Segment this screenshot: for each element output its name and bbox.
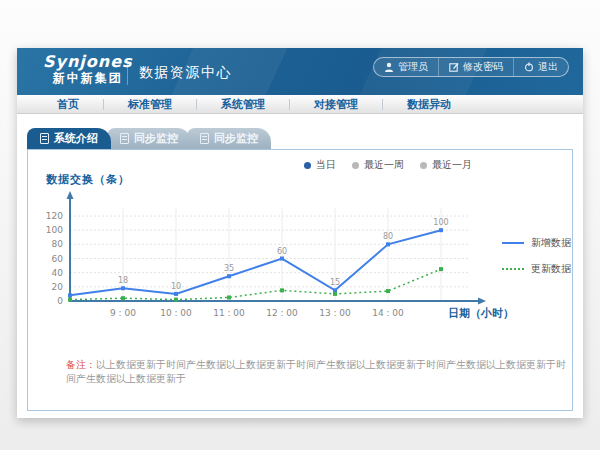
nav-item-2[interactable]: 系统管理 xyxy=(197,97,289,112)
radio-dot-icon xyxy=(304,162,311,169)
svg-text:80: 80 xyxy=(383,232,393,241)
chart-legend: 新增数据更新数据 xyxy=(502,236,571,276)
content-panel: 当日最近一周最近一月 数据交换（条） 0204060801001209 : 00… xyxy=(27,149,573,411)
radio-label: 当日 xyxy=(316,158,336,172)
tab-label: 系统介绍 xyxy=(54,131,98,146)
svg-text:60: 60 xyxy=(277,247,287,256)
legend-label: 新增数据 xyxy=(531,236,571,250)
header-divider xyxy=(127,58,128,85)
user-icon xyxy=(384,62,394,72)
legend-item-0[interactable]: 新增数据 xyxy=(502,236,571,250)
tab-0[interactable]: 系统介绍 xyxy=(27,128,111,149)
footer-note-prefix: 备注： xyxy=(66,359,96,370)
current-user-label: 管理员 xyxy=(398,60,428,74)
user-toolbar: 管理员 修改密码 退出 xyxy=(373,57,569,77)
app-window: Synjones 新中新集团 数据资源中心 管理员 修改密码 退出 首页标准管理… xyxy=(17,48,583,418)
svg-text:11 : 00: 11 : 00 xyxy=(213,308,245,318)
svg-text:80: 80 xyxy=(52,239,64,249)
page-title: 数据资源中心 xyxy=(139,64,232,82)
range-filter-group: 当日最近一周最近一月 xyxy=(304,158,472,172)
radio-dot-icon xyxy=(420,162,427,169)
legend-label: 更新数据 xyxy=(531,262,571,276)
chart-y-axis-title: 数据交换（条） xyxy=(46,172,130,187)
logout-button[interactable]: 退出 xyxy=(513,58,568,76)
svg-text:10: 10 xyxy=(171,282,181,291)
nav-item-4[interactable]: 数据异动 xyxy=(383,97,475,112)
power-icon xyxy=(524,62,534,72)
svg-text:日期（小时）: 日期（小时） xyxy=(448,307,514,320)
nav-item-0[interactable]: 首页 xyxy=(33,97,103,112)
app-header: Synjones 新中新集团 数据资源中心 管理员 修改密码 退出 xyxy=(17,48,583,95)
svg-text:10 : 00: 10 : 00 xyxy=(160,308,192,318)
logout-label: 退出 xyxy=(538,60,558,74)
nav-item-3[interactable]: 对接管理 xyxy=(290,97,382,112)
tab-label: 同步监控 xyxy=(214,131,258,146)
radio-label: 最近一月 xyxy=(432,158,472,172)
document-icon xyxy=(120,133,129,144)
svg-text:9 : 00: 9 : 00 xyxy=(110,308,136,318)
legend-item-1[interactable]: 更新数据 xyxy=(502,262,571,276)
svg-text:100: 100 xyxy=(433,218,448,227)
current-user-button[interactable]: 管理员 xyxy=(374,58,438,76)
range-radio-1[interactable]: 最近一周 xyxy=(352,158,404,172)
line-chart: 0204060801001209 : 0010 : 0011 : 0012 : … xyxy=(42,188,522,340)
svg-text:20: 20 xyxy=(52,282,64,292)
document-icon xyxy=(40,133,49,144)
edit-icon xyxy=(449,62,459,72)
logo-text-en: Synjones xyxy=(43,53,133,71)
svg-text:12 : 00: 12 : 00 xyxy=(266,308,298,318)
svg-text:0: 0 xyxy=(57,296,63,306)
svg-text:13 : 00: 13 : 00 xyxy=(319,308,351,318)
tab-label: 同步监控 xyxy=(134,131,178,146)
svg-text:40: 40 xyxy=(52,268,64,278)
svg-text:100: 100 xyxy=(46,225,63,235)
svg-text:60: 60 xyxy=(52,254,64,264)
legend-line-sample xyxy=(502,268,524,270)
svg-text:18: 18 xyxy=(118,276,128,285)
change-password-button[interactable]: 修改密码 xyxy=(438,58,513,76)
svg-text:15: 15 xyxy=(330,278,340,287)
tab-1[interactable]: 同步监控 xyxy=(107,128,191,149)
logo-text-cn: 新中新集团 xyxy=(43,71,133,86)
svg-text:120: 120 xyxy=(46,211,63,221)
legend-line-sample xyxy=(502,242,524,244)
tab-2[interactable]: 同步监控 xyxy=(187,128,271,149)
document-icon xyxy=(200,133,209,144)
tab-bar: 系统介绍同步监控同步监控 xyxy=(27,128,573,149)
change-password-label: 修改密码 xyxy=(463,60,503,74)
svg-text:35: 35 xyxy=(224,264,234,273)
brand-logo: Synjones 新中新集团 xyxy=(43,53,133,86)
svg-text:14 : 00: 14 : 00 xyxy=(372,308,404,318)
radio-dot-icon xyxy=(352,162,359,169)
footer-note-text: 以上数据更新于时间产生数据以上数据更新于时间产生数据以上数据更新于时间产生数据以… xyxy=(66,359,566,384)
footer-note: 备注：以上数据更新于时间产生数据以上数据更新于时间产生数据以上数据更新于时间产生… xyxy=(66,358,566,386)
range-radio-2[interactable]: 最近一月 xyxy=(420,158,472,172)
range-radio-0[interactable]: 当日 xyxy=(304,158,336,172)
radio-label: 最近一周 xyxy=(364,158,404,172)
main-nav: 首页标准管理系统管理对接管理数据异动 xyxy=(17,95,583,114)
nav-item-1[interactable]: 标准管理 xyxy=(104,97,196,112)
